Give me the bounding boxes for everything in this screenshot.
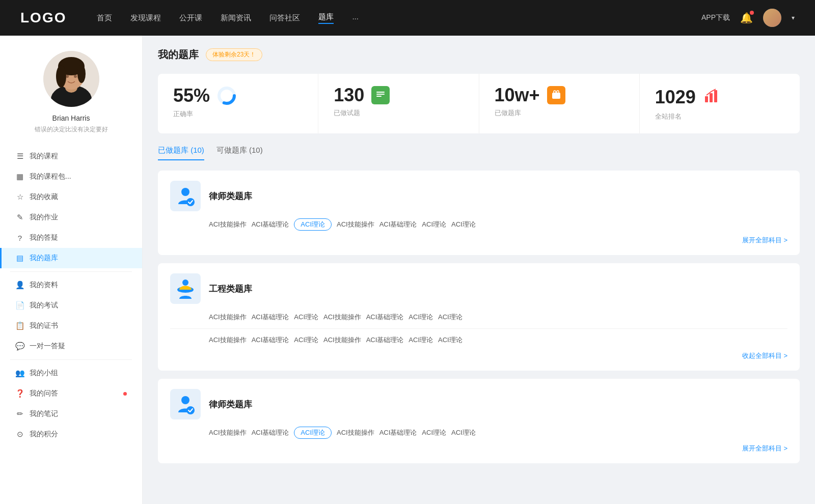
app-download-button[interactable]: APP下载 [701,13,730,22]
qbank-tag[interactable]: ACI基础理论 [252,218,289,231]
nav-question-bank[interactable]: 题库 [318,12,334,24]
points-label: 我的积分 [30,430,127,439]
qbank-tag[interactable]: ACI理论 [438,334,463,346]
qbank-tag[interactable]: ACI基础理论 [252,311,289,323]
tab-available-banks[interactable]: 可做题库 (10) [216,146,263,160]
sidebar-item-question-bank[interactable]: ▤ 我的题库 [0,248,142,268]
nav-right: APP下载 🔔 ▾ [701,9,795,27]
qbank-tag[interactable]: ACI基础理论 [366,311,404,323]
svg-point-23 [181,396,189,404]
qbank-tag[interactable]: ACI技能操作 [209,218,247,231]
svg-point-7 [66,75,69,78]
logo: LOGO [20,10,66,26]
stat-rank-value: 1029 [655,88,696,106]
question-bank-icon: ▤ [15,254,24,263]
qbank-tag-highlighted[interactable]: ACI理论 [294,218,332,231]
qbank-tag[interactable]: ACI技能操作 [209,334,247,346]
nav-open-course[interactable]: 公开课 [179,13,202,23]
sidebar-item-favorites[interactable]: ☆ 我的收藏 [0,187,142,207]
sidebar-item-certificate[interactable]: 📋 我的证书 [0,316,142,336]
qa-me-icon: ? [15,234,24,242]
qbank-tag[interactable]: ACI基础理论 [366,334,404,346]
sidebar-item-my-course[interactable]: ☰ 我的课程 [0,146,142,166]
qbank-tag[interactable]: ACI技能操作 [323,311,361,323]
svg-rect-11 [376,92,385,93]
nav-news[interactable]: 新闻资讯 [221,13,251,23]
svg-rect-14 [552,93,560,99]
qbank-tag[interactable]: ACI基础理论 [379,218,417,231]
notification-bell[interactable]: 🔔 [740,12,753,24]
qbank-tag-highlighted[interactable]: ACI理论 [294,427,332,439]
svg-rect-15 [705,96,708,102]
main-content: 我的题库 体验剩余23天！ 55% 正确率 [143,36,815,504]
avatar-image [763,9,781,27]
sidebar: Brian Harris 错误的决定比没有决定要好 ☰ 我的课程 ▦ 我的课程包… [0,36,143,504]
my-exam-label: 我的考试 [30,301,127,310]
stat-rank-label: 全站排名 [655,112,784,121]
qbank-tag[interactable]: ACI基础理论 [379,427,417,439]
stats-row: 55% 正确率 130 [158,74,800,133]
sidebar-item-one-on-one[interactable]: 💬 一对一答疑 [0,336,142,356]
my-questions-label: 我的问答 [30,389,117,398]
notes-label: 我的笔记 [30,409,127,418]
qbank-lawyer-1-expand[interactable]: 展开全部科目 > [170,236,787,245]
sidebar-item-homework[interactable]: ✎ 我的作业 [0,207,142,228]
svg-rect-13 [376,96,382,97]
sidebar-item-course-package[interactable]: ▦ 我的课程包... [0,166,142,187]
qbank-tag[interactable]: ACI技能操作 [323,334,361,346]
sidebar-divider-2 [10,359,132,360]
qbank-engineer-collapse[interactable]: 收起全部科目 > [170,351,787,360]
sidebar-item-my-questions[interactable]: ❓ 我的问答 [0,383,142,404]
qbank-tag[interactable]: ACI理论 [451,218,476,231]
stat-done-banks-top: 10w+ [495,86,624,104]
sidebar-item-my-profile[interactable]: 👤 我的资料 [0,275,142,295]
qbank-engineer-divider [170,328,787,329]
one-on-one-label: 一对一答疑 [30,342,127,351]
svg-rect-21 [178,290,193,292]
qbank-tag[interactable]: ACI技能操作 [209,311,247,323]
stat-done-banks-value: 10w+ [495,86,540,104]
qbank-tag[interactable]: ACI理论 [294,334,318,346]
qbank-card-lawyer-1: 律师类题库 ACI技能操作 ACI基础理论 ACI理论 ACI技能操作 ACI基… [158,171,800,255]
qbank-lawyer-1-icon [170,181,201,211]
svg-point-5 [56,65,66,88]
qbank-tag[interactable]: ACI理论 [422,218,446,231]
user-dropdown-arrow[interactable]: ▾ [792,14,795,21]
sidebar-item-qa-me[interactable]: ? 我的答疑 [0,228,142,248]
certificate-label: 我的证书 [30,321,127,330]
qbank-tag[interactable]: ACI理论 [409,334,433,346]
stat-done-questions-value: 130 [334,86,364,104]
qbank-tag[interactable]: ACI理论 [294,311,318,323]
svg-point-8 [74,75,77,78]
sidebar-item-my-exam[interactable]: 📄 我的考试 [0,295,142,316]
sidebar-item-my-group[interactable]: 👥 我的小组 [0,363,142,383]
question-bank-label: 我的题库 [30,254,127,263]
nav-home[interactable]: 首页 [97,13,112,23]
sidebar-item-points[interactable]: ⊙ 我的积分 [0,424,142,444]
qbank-tag[interactable]: ACI技能操作 [337,427,374,439]
qbank-tag[interactable]: ACI理论 [422,427,446,439]
page-header: 我的题库 体验剩余23天！ [158,48,800,62]
qbank-tag[interactable]: ACI理论 [438,311,463,323]
qbank-engineer-header: 工程类题库 [170,273,787,304]
qbank-tag[interactable]: ACI理论 [451,427,476,439]
qbank-tag[interactable]: ACI理论 [409,311,433,323]
user-name: Brian Harris [52,114,90,122]
sidebar-item-notes[interactable]: ✏ 我的笔记 [0,404,142,424]
nav-discover[interactable]: 发现课程 [130,13,161,23]
qbank-lawyer-2-title: 律师类题库 [209,399,252,410]
nav-qa[interactable]: 问答社区 [269,13,300,23]
user-motto: 错误的决定比没有决定要好 [35,125,108,134]
svg-point-24 [186,406,195,414]
qbank-lawyer-2-expand[interactable]: 展开全部科目 > [170,444,787,453]
nav-more[interactable]: ··· [352,14,359,22]
user-avatar[interactable] [763,9,781,27]
stat-correctness-value: 55% [173,87,210,105]
stat-correctness: 55% 正确率 [158,74,318,133]
qbank-tag[interactable]: ACI基础理论 [252,427,289,439]
qbank-tag[interactable]: ACI技能操作 [337,218,374,231]
qbank-tag[interactable]: ACI基础理论 [252,334,289,346]
course-package-label: 我的课程包... [30,172,127,181]
tab-done-banks[interactable]: 已做题库 (10) [158,146,204,160]
qbank-tag[interactable]: ACI技能操作 [209,427,247,439]
